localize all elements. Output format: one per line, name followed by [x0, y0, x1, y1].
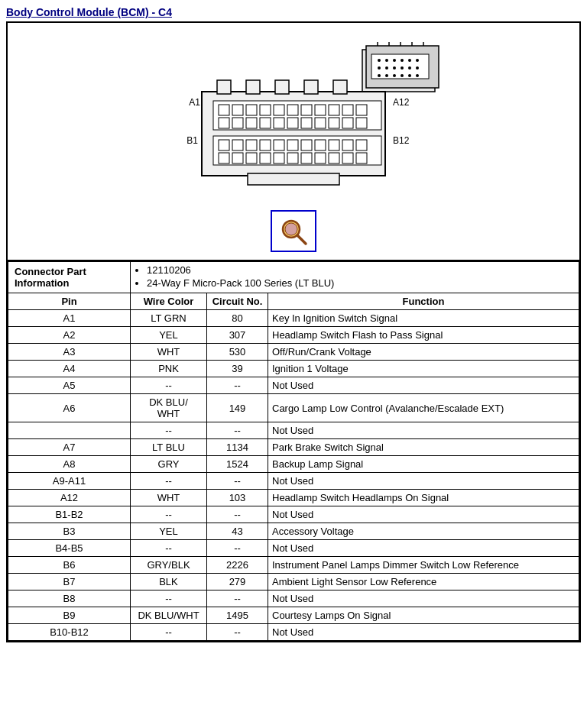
svg-rect-31	[333, 80, 347, 94]
cell-wire: --	[131, 377, 207, 394]
cell-function: Courtesy Lamps On Signal	[268, 607, 579, 624]
table-row: A2YEL307Headlamp Switch Flash to Pass Si…	[8, 327, 579, 344]
cell-pin: B4-B5	[8, 540, 131, 557]
connector-svg: A1 A12 B1 B12	[133, 31, 454, 199]
svg-text:A1: A1	[189, 97, 200, 108]
header-function: Function	[268, 293, 579, 310]
cell-pin: A3	[8, 344, 131, 361]
table-row: B4-B5----Not Used	[8, 540, 579, 557]
page-title: Body Control Module (BCM) - C4	[6, 6, 581, 18]
svg-point-14	[378, 66, 381, 70]
cell-circuit: 39	[207, 361, 268, 377]
cell-function: Off/Run/Crank Voltage	[268, 344, 579, 361]
svg-point-24	[408, 74, 411, 77]
magnify-icon[interactable]	[271, 210, 316, 252]
cell-wire: GRY/BLK	[131, 557, 207, 574]
svg-text:A12: A12	[393, 97, 410, 108]
cell-circuit: --	[207, 540, 268, 557]
cell-circuit: --	[207, 377, 268, 394]
cell-function: Ignition 1 Voltage	[268, 361, 579, 377]
table-row: A5----Not Used	[8, 377, 579, 394]
cell-pin: A1	[8, 310, 131, 327]
cell-circuit: --	[207, 590, 268, 607]
cell-function: Not Used	[268, 422, 579, 439]
table-row: A9-A11----Not Used	[8, 473, 579, 490]
table-row: B10-B12----Not Used	[8, 624, 579, 641]
table-row: A7LT BLU1134Park Brake Switch Signal	[8, 439, 579, 456]
cell-circuit: 103	[207, 490, 268, 506]
cell-function: Not Used	[268, 540, 579, 557]
cell-wire: DK BLU/WHT	[131, 394, 207, 422]
cell-function: Ambient Light Sensor Low Reference	[268, 574, 579, 590]
svg-rect-29	[275, 80, 289, 94]
cell-function: Cargo Lamp Low Control (Avalanche/Escala…	[268, 394, 579, 422]
cell-circuit: 80	[207, 310, 268, 327]
table-row: A12WHT103Headlamp Switch Headlamps On Si…	[8, 490, 579, 506]
svg-point-84	[285, 223, 297, 235]
cell-wire: --	[131, 590, 207, 607]
cell-pin: A12	[8, 490, 131, 506]
svg-line-85	[297, 235, 306, 244]
table-row: A4PNK39Ignition 1 Voltage	[8, 361, 579, 377]
cell-wire: GRY	[131, 456, 207, 473]
cell-function: Not Used	[268, 506, 579, 523]
svg-rect-27	[217, 80, 231, 94]
table-row: A1LT GRN80Key In Ignition Switch Signal	[8, 310, 579, 327]
cell-circuit: --	[207, 506, 268, 523]
svg-point-23	[401, 74, 404, 77]
cell-function: Headlamp Switch Headlamps On Signal	[268, 490, 579, 506]
cell-function: Not Used	[268, 624, 579, 641]
table-row: ----Not Used	[8, 422, 579, 439]
cell-circuit: 1524	[207, 456, 268, 473]
cell-wire: --	[131, 506, 207, 523]
svg-point-19	[416, 66, 419, 70]
connector-info-label: Connector Part Information	[8, 262, 131, 293]
cell-pin: A8	[8, 456, 131, 473]
svg-point-16	[393, 66, 396, 70]
cell-function: Accessory Voltage	[268, 523, 579, 540]
cell-wire: YEL	[131, 327, 207, 344]
svg-point-11	[401, 59, 404, 62]
connector-info-detail: 12110206 24-Way F Micro-Pack 100 Series …	[131, 262, 579, 293]
table-header-row: Pin Wire Color Circuit No. Function	[8, 293, 579, 310]
cell-wire: LT BLU	[131, 439, 207, 456]
svg-rect-28	[246, 80, 260, 94]
svg-point-8	[378, 59, 381, 62]
cell-circuit: --	[207, 624, 268, 641]
cell-function: Not Used	[268, 377, 579, 394]
table-row: A3WHT530Off/Run/Crank Voltage	[8, 344, 579, 361]
cell-function: Key In Ignition Switch Signal	[268, 310, 579, 327]
header-wire-color: Wire Color	[131, 293, 207, 310]
cell-function: Headlamp Switch Flash to Pass Signal	[268, 327, 579, 344]
cell-pin: A9-A11	[8, 473, 131, 490]
part-number: 12110206	[147, 264, 575, 276]
cell-wire: DK BLU/WHT	[131, 607, 207, 624]
cell-circuit: --	[207, 473, 268, 490]
svg-point-22	[393, 74, 396, 77]
connector-table: Connector Part Information 12110206 24-W…	[8, 261, 579, 641]
cell-circuit: 149	[207, 394, 268, 422]
cell-circuit: 307	[207, 327, 268, 344]
table-row: B9DK BLU/WHT1495Courtesy Lamps On Signal	[8, 607, 579, 624]
cell-pin: B1-B2	[8, 506, 131, 523]
svg-text:B1: B1	[186, 135, 198, 146]
svg-point-15	[385, 66, 388, 70]
svg-point-18	[408, 66, 411, 70]
cell-wire: PNK	[131, 361, 207, 377]
cell-circuit: 530	[207, 344, 268, 361]
cell-pin	[8, 422, 131, 439]
cell-pin: B9	[8, 607, 131, 624]
cell-function: Instrument Panel Lamps Dimmer Switch Low…	[268, 557, 579, 574]
cell-pin: B10-B12	[8, 624, 131, 641]
cell-wire: --	[131, 473, 207, 490]
table-row: B1-B2----Not Used	[8, 506, 579, 523]
cell-wire: BLK	[131, 574, 207, 590]
svg-point-21	[385, 74, 388, 77]
svg-point-9	[385, 59, 388, 62]
cell-function: Park Brake Switch Signal	[268, 439, 579, 456]
cell-wire: LT GRN	[131, 310, 207, 327]
cell-circuit: 279	[207, 574, 268, 590]
svg-point-10	[393, 59, 396, 62]
connector-diagram: A1 A12 B1 B12	[8, 23, 579, 261]
cell-wire: --	[131, 624, 207, 641]
